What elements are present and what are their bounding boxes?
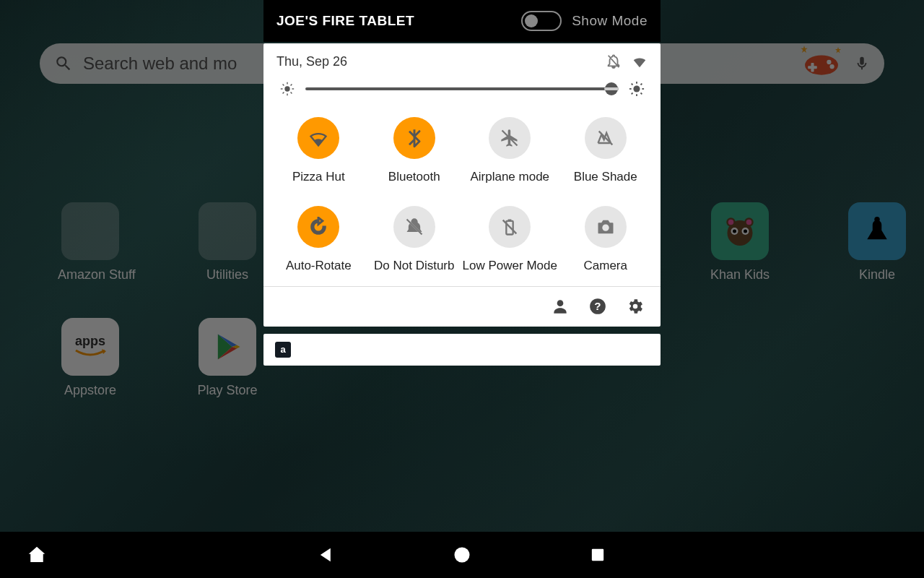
wifi-icon: [297, 117, 339, 159]
settings-icon[interactable]: [626, 297, 645, 316]
svg-line-32: [641, 84, 642, 85]
tile-dnd[interactable]: Do Not Disturb: [367, 206, 463, 275]
tile-label: Auto-Rotate: [271, 258, 367, 275]
brightness-track[interactable]: [305, 87, 619, 90]
svg-rect-38: [508, 219, 512, 220]
svg-line-20: [283, 85, 284, 86]
rotate-icon: [297, 206, 339, 248]
dnd-off-icon: [606, 53, 622, 69]
svg-line-30: [641, 93, 642, 95]
show-mode-toggle[interactable]: [521, 11, 562, 31]
date-label: Thu, Sep 26: [276, 54, 347, 69]
tile-low-power[interactable]: Low Power Mode: [462, 206, 558, 275]
qs-header: JOE'S FIRE TABLET Show Mode: [263, 0, 661, 42]
nav-house-icon[interactable]: [26, 544, 48, 566]
svg-line-29: [632, 84, 633, 85]
svg-point-44: [455, 548, 470, 563]
tile-blue-shade[interactable]: Blue Shade: [558, 117, 654, 186]
battery-icon: [489, 206, 531, 248]
tile-bluetooth[interactable]: Bluetooth: [367, 117, 463, 186]
brightness-low-icon: [279, 81, 295, 97]
amazon-icon: a: [275, 342, 291, 358]
svg-line-22: [283, 92, 284, 94]
nav-recents-icon[interactable]: [588, 545, 608, 565]
device-name: JOE'S FIRE TABLET: [276, 13, 414, 29]
dnd-icon: [393, 206, 435, 248]
blueshade-icon: [585, 117, 627, 159]
notification-card[interactable]: a: [263, 334, 661, 366]
tile-label: Do Not Disturb: [367, 258, 463, 275]
qs-tiles: Pizza Hut Bluetooth Airplane mode Blue S…: [263, 113, 661, 286]
camera-icon: [585, 206, 627, 248]
brightness-slider[interactable]: [263, 75, 661, 113]
tile-label: Blue Shade: [558, 169, 654, 186]
tile-label: Airplane mode: [462, 169, 558, 186]
svg-point-15: [284, 86, 289, 91]
svg-rect-45: [592, 549, 603, 561]
tile-label: Bluetooth: [367, 169, 463, 186]
nav-back-icon[interactable]: [316, 545, 336, 565]
svg-point-24: [633, 85, 640, 92]
svg-point-41: [557, 301, 564, 307]
tile-label: Pizza Hut: [271, 169, 367, 186]
airplane-icon: [489, 117, 531, 159]
svg-line-39: [503, 220, 517, 234]
nav-home-icon[interactable]: [452, 545, 472, 565]
svg-point-40: [602, 224, 609, 230]
wifi-status-icon: [632, 53, 648, 69]
svg-line-23: [291, 85, 292, 86]
tile-auto-rotate[interactable]: Auto-Rotate: [271, 206, 367, 275]
tile-label: Camera: [558, 258, 654, 275]
tile-camera[interactable]: Camera: [558, 206, 654, 275]
svg-line-21: [291, 92, 292, 94]
show-mode-label: Show Mode: [572, 13, 648, 29]
quick-settings-panel: JOE'S FIRE TABLET Show Mode Thu, Sep 26 …: [263, 0, 661, 366]
brightness-high-icon: [629, 81, 645, 97]
system-navbar: [0, 532, 924, 578]
tile-wifi[interactable]: Pizza Hut: [271, 117, 367, 186]
tile-airplane[interactable]: Airplane mode: [462, 117, 558, 186]
user-icon[interactable]: [551, 297, 570, 316]
brightness-thumb[interactable]: [605, 82, 618, 95]
svg-line-31: [632, 93, 633, 95]
bluetooth-icon: [393, 117, 435, 159]
help-icon[interactable]: ?: [588, 297, 607, 316]
tile-label: Low Power Mode: [462, 258, 558, 275]
svg-text:?: ?: [594, 301, 601, 313]
qs-footer: ?: [263, 286, 661, 327]
